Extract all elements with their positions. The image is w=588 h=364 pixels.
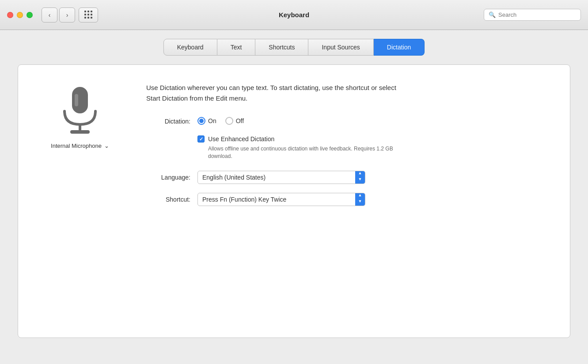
radio-on[interactable]: On [197,117,216,125]
grid-icon [84,11,93,19]
titlebar: ‹ › Keyboard 🔍 [0,0,588,30]
language-row: Language: English (United States) ▲ ▼ [146,171,548,184]
search-box[interactable]: 🔍 [484,9,581,21]
main-content: Keyboard Text Shortcuts Input Sources Di… [0,30,588,364]
forward-button[interactable]: › [59,8,75,23]
language-select-arrows: ▲ ▼ [355,171,365,184]
radio-off-label: Off [236,117,244,124]
radio-on-circle [197,117,205,125]
dictation-label: Dictation: [146,117,190,125]
shortcut-row: Shortcut: Press Fn (Function) Key Twice … [146,193,548,206]
shortcut-select[interactable]: Press Fn (Function) Key Twice ▲ ▼ [197,193,365,206]
back-button[interactable]: ‹ [42,8,57,23]
window-title: Keyboard [279,11,309,19]
enhanced-checkbox: ✓ [197,135,205,143]
language-label: Language: [146,174,190,181]
enhanced-checkbox-group: ✓ Use Enhanced Dictation Allows offline … [197,135,402,160]
svg-rect-2 [70,130,90,134]
tab-dictation[interactable]: Dictation [374,39,425,56]
microphone-section: Internal Microphone ⌄ [40,83,120,149]
dictation-toggle-row: Dictation: On Off [146,117,548,125]
dropdown-chevron-icon: ⌄ [104,143,109,149]
microphone-dropdown[interactable]: Internal Microphone ⌄ [51,143,109,149]
minimize-button[interactable] [17,12,23,18]
radio-off-circle [225,117,233,125]
tab-text[interactable]: Text [217,39,256,56]
enhanced-description: Allows offline use and continuous dictat… [208,145,402,160]
radio-off[interactable]: Off [225,117,244,125]
search-icon: 🔍 [489,11,496,18]
down-arrow-icon: ▼ [358,177,362,184]
microphone-label: Internal Microphone [51,143,102,149]
svg-rect-3 [75,94,78,106]
enhanced-checkbox-option[interactable]: ✓ Use Enhanced Dictation [197,135,402,143]
svg-rect-0 [72,87,88,113]
traffic-lights [7,12,33,18]
tab-shortcuts[interactable]: Shortcuts [255,39,308,56]
shortcut-value: Press Fn (Function) Key Twice [202,196,351,203]
shortcut-select-arrows: ▲ ▼ [355,193,365,206]
up-arrow-icon: ▲ [358,171,362,177]
language-value: English (United States) [202,174,351,181]
enhanced-dictation-row: ✓ Use Enhanced Dictation Allows offline … [146,135,548,160]
tab-keyboard[interactable]: Keyboard [163,39,217,56]
microphone-icon [58,83,102,135]
tab-input-sources[interactable]: Input Sources [308,39,373,56]
maximize-button[interactable] [27,12,33,18]
close-button[interactable] [7,12,13,18]
enhanced-spacer [146,135,190,136]
nav-buttons: ‹ › [42,8,75,23]
shortcut-down-arrow-icon: ▼ [358,199,362,206]
search-input[interactable] [498,11,576,18]
tab-bar: Keyboard Text Shortcuts Input Sources Di… [18,39,570,56]
description-text: Use Dictation wherever you can type text… [146,83,411,104]
language-select[interactable]: English (United States) ▲ ▼ [197,171,365,184]
content-panel: Internal Microphone ⌄ Use Dictation wher… [18,64,570,338]
radio-on-label: On [208,117,216,124]
grid-view-button[interactable] [79,8,98,23]
settings-section: Use Dictation wherever you can type text… [146,83,548,215]
enhanced-label: Use Enhanced Dictation [208,135,274,143]
panel-inner: Internal Microphone ⌄ Use Dictation wher… [40,83,548,215]
checkmark-icon: ✓ [199,136,203,142]
dictation-radio-group: On Off [197,117,244,125]
shortcut-label: Shortcut: [146,196,190,203]
shortcut-up-arrow-icon: ▲ [358,193,362,199]
radio-on-inner [199,119,204,123]
